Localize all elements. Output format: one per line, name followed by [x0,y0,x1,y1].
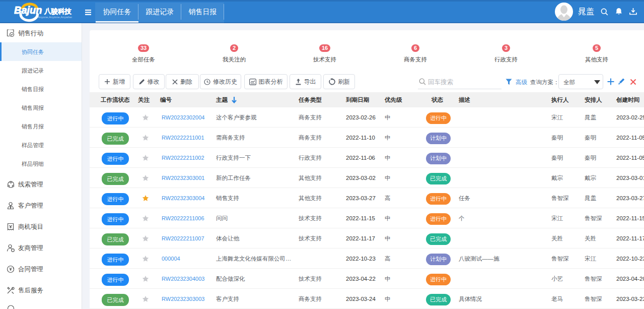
svg-text:Anyone,Anytime,Anywhere!: Anyone,Anytime,Anywhere! [38,16,72,19]
svg-text:八骏科技: 八骏科技 [44,8,72,15]
